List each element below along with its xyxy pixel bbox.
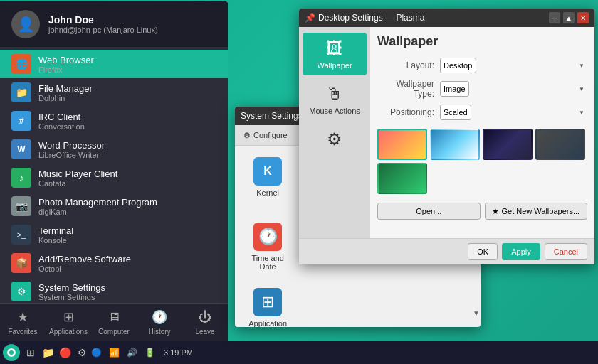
app-launcher: 👤 John Doe johnd@john-pc (Manjaro Linux)… (0, 1, 228, 341)
wallpaper-thumb-2[interactable] (430, 129, 480, 160)
wallpaper-section-title: Wallpaper (377, 34, 587, 49)
nav-favorites[interactable]: ★ Favorites (0, 304, 46, 341)
cancel-button[interactable]: Cancel (545, 243, 587, 260)
app-icon: >_ (11, 225, 31, 245)
wallpaper-thumb-4[interactable] (535, 129, 585, 160)
app-sub: Cantata (38, 179, 117, 188)
app-sub: Conversation (38, 122, 85, 131)
list-item[interactable]: ♪ Music Player Client Cantata (0, 164, 228, 192)
window-icon: 📌 (305, 13, 315, 23)
kde-start-button[interactable] (3, 344, 20, 361)
app-name: Terminal (38, 225, 73, 236)
taskbar-icon-firefox[interactable]: 🔴 (57, 345, 73, 360)
ok-button[interactable]: OK (468, 243, 498, 260)
taskbar-icon-files[interactable]: ⊞ (23, 345, 38, 360)
settings-icon: ⚙ (327, 129, 342, 149)
app-name: Word Processor (38, 140, 105, 151)
plasma-footer: OK Apply Cancel (299, 238, 594, 264)
avatar: 👤 (11, 10, 40, 38)
favorites-icon: ★ (17, 309, 28, 325)
wallpaper-thumbnails (377, 129, 587, 194)
wallpaper-type-row: Wallpaper Type: Image (377, 79, 587, 99)
close-button[interactable]: ✕ (577, 12, 589, 23)
plasma-window: 📌 Desktop Settings — Plasma ─ ▲ ✕ 🖼 Wall… (299, 9, 594, 264)
app-name: Photo Management Program (38, 197, 157, 208)
app-sub: Octopi (38, 264, 131, 273)
nav-computer[interactable]: 🖥 Computer (91, 304, 137, 341)
wallpaper-thumb-3[interactable] (483, 129, 533, 160)
list-item[interactable]: # IRC Client Conversation (0, 107, 228, 135)
wallpaper-type-select[interactable]: Image (440, 81, 469, 97)
wallpaper-thumb-5[interactable] (377, 163, 427, 194)
wallpaper-thumb-1[interactable] (377, 129, 427, 160)
tray-bluetooth-icon: 🔵 (90, 348, 103, 358)
applications-label: Applications (49, 328, 88, 336)
tray-volume-icon: 🔊 (125, 348, 139, 358)
nav-leave[interactable]: ⏻ Leave (182, 304, 228, 341)
list-item[interactable]: 📁 File Manager Dolphin (0, 78, 228, 107)
get-new-wallpapers-button[interactable]: ★ Get New Wallpapers... (485, 203, 588, 220)
plasma-body: 🖼 Wallpaper 🖱 Mouse Actions ⚙ Wallpaper … (299, 27, 594, 238)
window-controls: ─ ▲ ✕ (549, 12, 589, 23)
layout-row: Layout: Desktop (377, 58, 587, 73)
list-item[interactable]: 📷 Photo Management Program digiKam (0, 192, 228, 220)
plasma-titlebar: 📌 Desktop Settings — Plasma ─ ▲ ✕ (299, 9, 594, 27)
taskbar-icon-settings[interactable]: ⚙ (74, 345, 90, 360)
time-date-icon: 🕐 (253, 223, 282, 251)
positioning-select[interactable]: Scaled (440, 105, 471, 120)
nav-history[interactable]: 🕐 History (137, 304, 182, 341)
kernel-icon: K (253, 157, 282, 186)
layout-select[interactable]: Desktop (440, 58, 476, 73)
app-sub: System Settings (38, 293, 105, 301)
app-icon: ⚙ (11, 282, 31, 301)
configure-button[interactable]: ⚙ Configure (241, 129, 290, 141)
time-date-item[interactable]: 🕐 Time and Date (241, 217, 295, 277)
minimize-button[interactable]: ─ (549, 12, 560, 23)
wallpaper-type-select-wrap: Image (440, 81, 587, 97)
list-item[interactable]: ⚙ System Settings System Settings (0, 277, 228, 303)
app-name: System Settings (38, 282, 105, 293)
wallpaper-label: Wallpaper (317, 61, 352, 70)
username: John Doe (48, 14, 158, 26)
apply-button[interactable]: Apply (502, 243, 540, 260)
tray-battery-icon: 🔋 (143, 348, 157, 358)
list-item[interactable]: 📦 Add/Remove Software Octopi (0, 249, 228, 277)
app-sub: LibreOffice Writer (38, 151, 105, 159)
leave-label: Leave (195, 328, 214, 336)
applications-icon: ⊞ (63, 309, 74, 325)
sidebar-item-settings[interactable]: ⚙ (303, 124, 367, 155)
list-item[interactable]: 🌐 Web Browser Firefox (0, 50, 228, 78)
app-sub: digiKam (38, 208, 157, 216)
time-date-label: Time and Date (243, 254, 292, 271)
app-style-item[interactable]: ⊞ Application Style (241, 282, 295, 327)
taskbar-icon-folder[interactable]: 📁 (40, 345, 56, 360)
app-name: IRC Client (38, 112, 85, 122)
app-name: Music Player Client (38, 168, 117, 179)
app-icon: W (11, 139, 31, 159)
app-sub: Dolphin (38, 94, 93, 102)
app-style-label: Application Style (243, 319, 292, 327)
positioning-row: Positioning: Scaled (377, 105, 587, 120)
history-label: History (148, 328, 170, 336)
app-style-icon: ⊞ (253, 288, 282, 316)
computer-icon: 🖥 (107, 310, 120, 325)
open-button[interactable]: Open... (377, 203, 481, 220)
taskbar-right: 🔵 📶 🔊 🔋 3:19 PM (90, 348, 193, 358)
maximize-button[interactable]: ▲ (563, 12, 575, 23)
svg-point-1 (9, 350, 14, 355)
kde-logo-icon (6, 348, 16, 358)
wallpaper-sidebar: 🖼 Wallpaper 🖱 Mouse Actions ⚙ (299, 27, 370, 238)
launcher-nav: ★ Favorites ⊞ Applications 🖥 Computer 🕐 … (0, 303, 228, 341)
sidebar-item-wallpaper[interactable]: 🖼 Wallpaper (303, 33, 367, 75)
app-icon: # (11, 111, 31, 131)
layout-select-wrap: Desktop (440, 58, 587, 73)
sidebar-item-mouse[interactable]: 🖱 Mouse Actions (303, 78, 367, 121)
scroll-down-arrow[interactable]: ▼ (473, 306, 480, 320)
list-item[interactable]: >_ Terminal Konsole (0, 220, 228, 249)
clock: 3:19 PM (164, 348, 193, 357)
favorites-label: Favorites (8, 328, 37, 336)
list-item[interactable]: W Word Processor LibreOffice Writer (0, 135, 228, 164)
nav-applications[interactable]: ⊞ Applications (46, 304, 91, 341)
kernel-item[interactable]: K Kernel (241, 151, 295, 211)
launcher-header: 👤 John Doe johnd@john-pc (Manjaro Linux) (0, 1, 228, 47)
